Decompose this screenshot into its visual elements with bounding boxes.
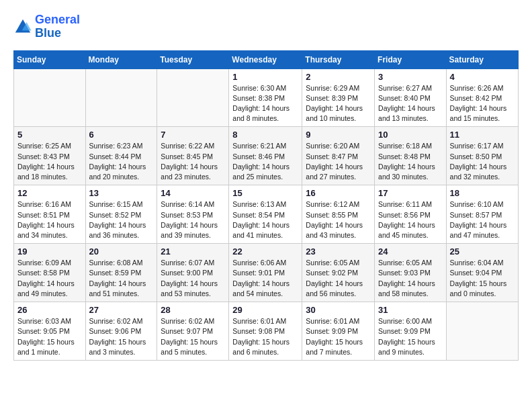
weekday-header-thursday: Thursday (302, 50, 375, 68)
cell-content: Sunrise: 6:25 AMSunset: 8:43 PMDaylight:… (17, 141, 82, 182)
cell-content: Sunrise: 6:26 AMSunset: 8:42 PMDaylight:… (450, 83, 515, 124)
calendar-cell: 6Sunrise: 6:23 AMSunset: 8:44 PMDaylight… (85, 127, 157, 185)
cell-content: Sunrise: 6:15 AMSunset: 8:52 PMDaylight:… (89, 199, 154, 240)
day-number: 24 (378, 246, 443, 257)
calendar-cell: 26Sunrise: 6:03 AMSunset: 9:05 PMDayligh… (14, 302, 86, 361)
calendar-cell: 14Sunrise: 6:14 AMSunset: 8:53 PMDayligh… (157, 185, 229, 244)
day-number: 6 (89, 130, 154, 140)
day-number: 13 (89, 188, 154, 198)
logo-text: General Blue (35, 13, 80, 40)
calendar-cell: 21Sunrise: 6:07 AMSunset: 9:00 PMDayligh… (157, 244, 229, 302)
day-number: 1 (232, 72, 298, 82)
calendar-body: 1Sunrise: 6:30 AMSunset: 8:38 PMDaylight… (14, 68, 519, 360)
cell-content: Sunrise: 6:10 AMSunset: 8:57 PMDaylight:… (450, 199, 515, 240)
weekday-header-monday: Monday (85, 50, 157, 68)
calendar-cell: 27Sunrise: 6:02 AMSunset: 9:06 PMDayligh… (85, 302, 157, 361)
weekday-header-tuesday: Tuesday (157, 50, 229, 68)
calendar-cell: 30Sunrise: 6:01 AMSunset: 9:09 PMDayligh… (302, 302, 375, 361)
calendar-cell: 22Sunrise: 6:06 AMSunset: 9:01 PMDayligh… (229, 244, 302, 302)
day-number: 9 (306, 130, 371, 140)
day-number: 31 (378, 305, 443, 315)
cell-content: Sunrise: 6:03 AMSunset: 9:05 PMDaylight:… (17, 316, 82, 357)
calendar-cell: 17Sunrise: 6:11 AMSunset: 8:56 PMDayligh… (375, 185, 447, 244)
cell-content: Sunrise: 6:30 AMSunset: 8:38 PMDaylight:… (232, 83, 298, 124)
calendar-cell: 11Sunrise: 6:17 AMSunset: 8:50 PMDayligh… (446, 127, 518, 185)
logo-icon (13, 17, 32, 36)
calendar-cell: 8Sunrise: 6:21 AMSunset: 8:46 PMDaylight… (229, 127, 302, 185)
cell-content: Sunrise: 6:23 AMSunset: 8:44 PMDaylight:… (89, 141, 154, 182)
day-number: 7 (161, 130, 225, 140)
cell-content: Sunrise: 6:00 AMSunset: 9:09 PMDaylight:… (378, 316, 443, 357)
calendar-cell: 2Sunrise: 6:29 AMSunset: 8:39 PMDaylight… (302, 68, 375, 127)
calendar-cell: 1Sunrise: 6:30 AMSunset: 8:38 PMDaylight… (229, 68, 302, 127)
cell-content: Sunrise: 6:02 AMSunset: 9:06 PMDaylight:… (89, 316, 154, 357)
cell-content: Sunrise: 6:04 AMSunset: 9:04 PMDaylight:… (450, 258, 515, 299)
calendar-cell (157, 68, 229, 127)
calendar-cell: 20Sunrise: 6:08 AMSunset: 8:59 PMDayligh… (85, 244, 157, 302)
calendar-cell: 13Sunrise: 6:15 AMSunset: 8:52 PMDayligh… (85, 185, 157, 244)
day-number: 14 (161, 188, 225, 198)
day-number: 3 (378, 72, 443, 82)
day-number: 19 (17, 246, 82, 257)
day-number: 26 (17, 305, 82, 315)
calendar-cell: 4Sunrise: 6:26 AMSunset: 8:42 PMDaylight… (446, 68, 518, 127)
weekday-header-friday: Friday (375, 50, 447, 68)
cell-content: Sunrise: 6:29 AMSunset: 8:39 PMDaylight:… (306, 83, 371, 124)
calendar-week-3: 12Sunrise: 6:16 AMSunset: 8:51 PMDayligh… (14, 185, 519, 244)
weekday-header-wednesday: Wednesday (229, 50, 302, 68)
calendar-cell (14, 68, 86, 127)
calendar-cell: 29Sunrise: 6:01 AMSunset: 9:08 PMDayligh… (229, 302, 302, 361)
calendar-cell (446, 302, 518, 361)
calendar-week-5: 26Sunrise: 6:03 AMSunset: 9:05 PMDayligh… (14, 302, 519, 361)
calendar-table: SundayMondayTuesdayWednesdayThursdayFrid… (13, 50, 519, 361)
calendar-cell: 7Sunrise: 6:22 AMSunset: 8:45 PMDaylight… (157, 127, 229, 185)
cell-content: Sunrise: 6:22 AMSunset: 8:45 PMDaylight:… (161, 141, 225, 182)
day-number: 16 (306, 188, 371, 198)
cell-content: Sunrise: 6:05 AMSunset: 9:02 PMDaylight:… (306, 258, 371, 299)
weekday-header-sunday: Sunday (14, 50, 86, 68)
calendar-week-4: 19Sunrise: 6:09 AMSunset: 8:58 PMDayligh… (14, 244, 519, 302)
calendar-cell: 15Sunrise: 6:13 AMSunset: 8:54 PMDayligh… (229, 185, 302, 244)
cell-content: Sunrise: 6:02 AMSunset: 9:07 PMDaylight:… (161, 316, 225, 357)
calendar-week-2: 5Sunrise: 6:25 AMSunset: 8:43 PMDaylight… (14, 127, 519, 185)
cell-content: Sunrise: 6:17 AMSunset: 8:50 PMDaylight:… (450, 141, 515, 182)
day-number: 8 (232, 130, 298, 140)
cell-content: Sunrise: 6:09 AMSunset: 8:58 PMDaylight:… (17, 258, 82, 299)
calendar-cell: 23Sunrise: 6:05 AMSunset: 9:02 PMDayligh… (302, 244, 375, 302)
day-number: 25 (450, 246, 515, 257)
day-number: 4 (450, 72, 515, 82)
weekday-header-row: SundayMondayTuesdayWednesdayThursdayFrid… (14, 50, 519, 68)
calendar-cell: 5Sunrise: 6:25 AMSunset: 8:43 PMDaylight… (14, 127, 86, 185)
day-number: 22 (232, 246, 298, 257)
calendar-cell: 3Sunrise: 6:27 AMSunset: 8:40 PMDaylight… (375, 68, 447, 127)
cell-content: Sunrise: 6:07 AMSunset: 9:00 PMDaylight:… (161, 258, 225, 299)
cell-content: Sunrise: 6:06 AMSunset: 9:01 PMDaylight:… (232, 258, 298, 299)
day-number: 30 (306, 305, 371, 315)
day-number: 17 (378, 188, 443, 198)
calendar-cell: 9Sunrise: 6:20 AMSunset: 8:47 PMDaylight… (302, 127, 375, 185)
cell-content: Sunrise: 6:13 AMSunset: 8:54 PMDaylight:… (232, 199, 298, 240)
day-number: 12 (17, 188, 82, 198)
cell-content: Sunrise: 6:08 AMSunset: 8:59 PMDaylight:… (89, 258, 154, 299)
cell-content: Sunrise: 6:20 AMSunset: 8:47 PMDaylight:… (306, 141, 371, 182)
cell-content: Sunrise: 6:01 AMSunset: 9:08 PMDaylight:… (232, 316, 298, 357)
calendar-week-1: 1Sunrise: 6:30 AMSunset: 8:38 PMDaylight… (14, 68, 519, 127)
day-number: 18 (450, 188, 515, 198)
day-number: 21 (161, 246, 225, 257)
day-number: 10 (378, 130, 443, 140)
calendar-cell: 31Sunrise: 6:00 AMSunset: 9:09 PMDayligh… (375, 302, 447, 361)
cell-content: Sunrise: 6:16 AMSunset: 8:51 PMDaylight:… (17, 199, 82, 240)
cell-content: Sunrise: 6:11 AMSunset: 8:56 PMDaylight:… (378, 199, 443, 240)
cell-content: Sunrise: 6:14 AMSunset: 8:53 PMDaylight:… (161, 199, 225, 240)
calendar-cell: 10Sunrise: 6:18 AMSunset: 8:48 PMDayligh… (375, 127, 447, 185)
calendar-cell: 16Sunrise: 6:12 AMSunset: 8:55 PMDayligh… (302, 185, 375, 244)
day-number: 27 (89, 305, 154, 315)
calendar-cell: 18Sunrise: 6:10 AMSunset: 8:57 PMDayligh… (446, 185, 518, 244)
cell-content: Sunrise: 6:05 AMSunset: 9:03 PMDaylight:… (378, 258, 443, 299)
weekday-header-saturday: Saturday (446, 50, 518, 68)
day-number: 28 (161, 305, 225, 315)
logo: General Blue (13, 13, 80, 40)
cell-content: Sunrise: 6:21 AMSunset: 8:46 PMDaylight:… (232, 141, 298, 182)
day-number: 2 (306, 72, 371, 82)
cell-content: Sunrise: 6:12 AMSunset: 8:55 PMDaylight:… (306, 199, 371, 240)
